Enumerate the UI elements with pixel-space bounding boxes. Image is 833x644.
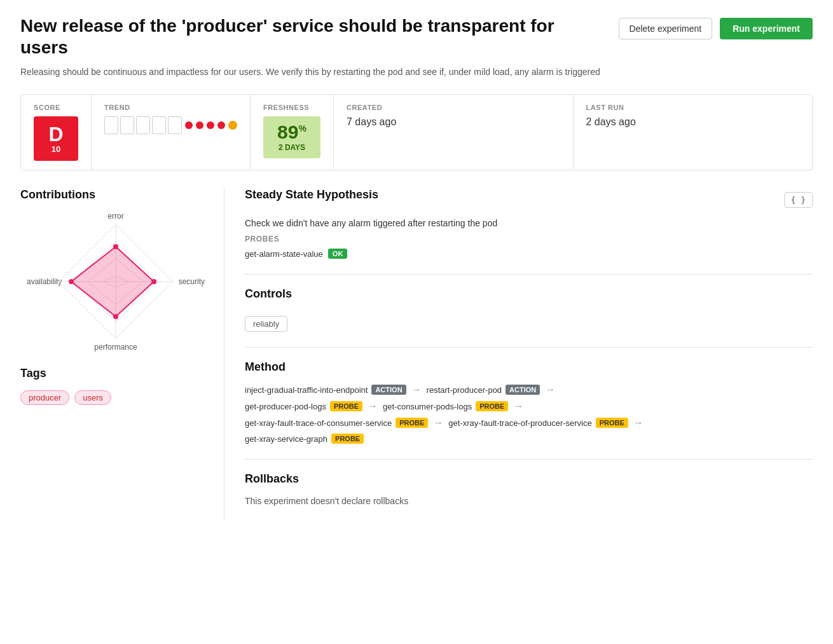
rollbacks-section: Rollbacks This experiment doesn't declar… — [245, 472, 813, 506]
delete-experiment-button[interactable]: Delete experiment — [619, 18, 713, 39]
svg-marker-6 — [71, 247, 154, 317]
step-badge-6: PROBE — [596, 418, 628, 428]
trend-dot-orange — [228, 121, 237, 130]
rollbacks-title: Rollbacks — [245, 472, 813, 486]
trend-bar-5 — [168, 116, 182, 134]
method-row-4: get-xray-service-graph PROBE — [245, 434, 813, 444]
score-letter: D — [48, 124, 63, 144]
trend-bars — [104, 116, 237, 134]
step-name-7: get-xray-service-graph — [245, 434, 327, 444]
tags-title: Tags — [20, 367, 211, 380]
trend-dot-3 — [207, 121, 214, 129]
freshness-number: 89 — [277, 121, 298, 142]
steady-state-section: Steady State Hypothesis { } Check we did… — [245, 188, 813, 259]
trend-bar-1 — [104, 116, 118, 134]
created-cell: CREATED 7 days ago — [334, 95, 574, 170]
tags-list: producer users — [20, 390, 211, 405]
freshness-cell: FRESHNESS 89% 2 DAYS — [251, 95, 334, 170]
svg-point-10 — [69, 279, 74, 284]
run-experiment-button[interactable]: Run experiment — [720, 18, 813, 39]
arrow-4: → — [513, 401, 523, 412]
trend-dot-2 — [196, 121, 203, 129]
freshness-label: FRESHNESS — [263, 104, 320, 111]
lastrun-value: 2 days ago — [586, 116, 800, 128]
step-name-4: get-consumer-pods-logs — [383, 402, 472, 411]
lastrun-label: LAST RUN — [586, 104, 800, 111]
contributions-title: Contributions — [20, 188, 211, 202]
trend-bar-4 — [152, 116, 166, 134]
tags-section: Tags producer users — [20, 367, 211, 405]
probe-name: get-alarm-state-value — [245, 249, 323, 259]
method-step-2: restart-producer-pod ACTION — [427, 385, 540, 395]
step-name-1: inject-gradual-traffic-into-endpoint — [245, 385, 368, 395]
method-step-1: inject-gradual-traffic-into-endpoint ACT… — [245, 385, 406, 395]
trend-bar-3 — [136, 116, 150, 134]
svg-point-7 — [113, 244, 118, 249]
method-step-6: get-xray-fault-trace-of-producer-service… — [448, 418, 628, 428]
probe-status-badge: OK — [328, 249, 348, 259]
step-name-5: get-xray-fault-trace-of-consumer-service — [245, 418, 392, 428]
experiment-description: Releasing should be continuous and impac… — [20, 65, 813, 79]
tag-producer[interactable]: producer — [20, 390, 69, 405]
metrics-bar: SCORE D 10 TREND FRESHNESS — [20, 94, 813, 170]
method-step-5: get-xray-fault-trace-of-consumer-service… — [245, 418, 428, 428]
method-section: Method inject-gradual-traffic-into-endpo… — [245, 360, 813, 444]
score-label: SCORE — [34, 104, 78, 111]
rollbacks-text: This experiment doesn't declare rollback… — [245, 496, 813, 506]
method-row-1: inject-gradual-traffic-into-endpoint ACT… — [245, 384, 813, 395]
step-name-6: get-xray-fault-trace-of-producer-service — [448, 418, 591, 428]
probe-item: get-alarm-state-value OK — [245, 249, 813, 259]
trend-bar-2 — [120, 116, 134, 134]
arrow-2: → — [545, 384, 555, 395]
arrow-1: → — [411, 384, 422, 395]
freshness-badge: 89% 2 DAYS — [263, 116, 320, 158]
json-button[interactable]: { } — [784, 192, 813, 208]
arrow-6: → — [633, 417, 644, 428]
step-badge-4: PROBE — [476, 401, 508, 411]
method-step-7: get-xray-service-graph PROBE — [245, 434, 364, 444]
method-title: Method — [245, 360, 813, 374]
step-badge-5: PROBE — [396, 418, 428, 428]
step-badge-1: ACTION — [371, 385, 406, 395]
steady-state-title: Steady State Hypothesis — [245, 188, 378, 202]
left-panel: Contributions error availability securit… — [20, 188, 224, 521]
page-title: New release of the 'producer' service sh… — [20, 15, 561, 58]
lastrun-cell: LAST RUN 2 days ago — [574, 95, 813, 170]
trend-dot-4 — [217, 121, 225, 129]
svg-point-8 — [151, 279, 156, 284]
controls-title: Controls — [245, 287, 813, 301]
step-badge-3: PROBE — [330, 401, 362, 411]
method-row-2: get-producer-pod-logs PROBE → get-consum… — [245, 401, 813, 412]
method-step-4: get-consumer-pods-logs PROBE — [383, 401, 508, 411]
probes-label: PROBES — [245, 235, 813, 243]
step-badge-7: PROBE — [331, 434, 364, 444]
radar-svg — [27, 212, 205, 352]
step-badge-2: ACTION — [506, 385, 540, 395]
step-name-3: get-producer-pod-logs — [245, 402, 326, 411]
arrow-3: → — [368, 401, 378, 412]
radar-chart: error availability security performance — [27, 212, 205, 352]
score-badge: D 10 — [34, 116, 78, 161]
freshness-percent: 89% — [277, 123, 306, 142]
method-row-3: get-xray-fault-trace-of-consumer-service… — [245, 417, 813, 428]
controls-section: Controls reliably — [245, 287, 813, 332]
created-value: 7 days ago — [347, 116, 560, 128]
trend-cell: TREND — [92, 95, 251, 170]
freshness-unit: % — [298, 123, 306, 134]
step-name-2: restart-producer-pod — [427, 385, 502, 395]
trend-dot-1 — [185, 121, 193, 129]
freshness-days: 2 DAYS — [279, 143, 305, 152]
right-panel: Steady State Hypothesis { } Check we did… — [224, 188, 813, 521]
score-cell: SCORE D 10 — [21, 95, 92, 170]
trend-label: TREND — [104, 104, 237, 111]
controls-value: reliably — [245, 316, 287, 332]
created-label: CREATED — [347, 104, 560, 111]
method-step-3: get-producer-pod-logs PROBE — [245, 401, 362, 411]
score-number: 10 — [52, 144, 60, 154]
svg-point-9 — [113, 314, 118, 319]
steady-state-description: Check we didn't have any alarm tiggered … — [245, 218, 813, 228]
arrow-5: → — [433, 417, 443, 428]
tag-users[interactable]: users — [74, 390, 111, 405]
